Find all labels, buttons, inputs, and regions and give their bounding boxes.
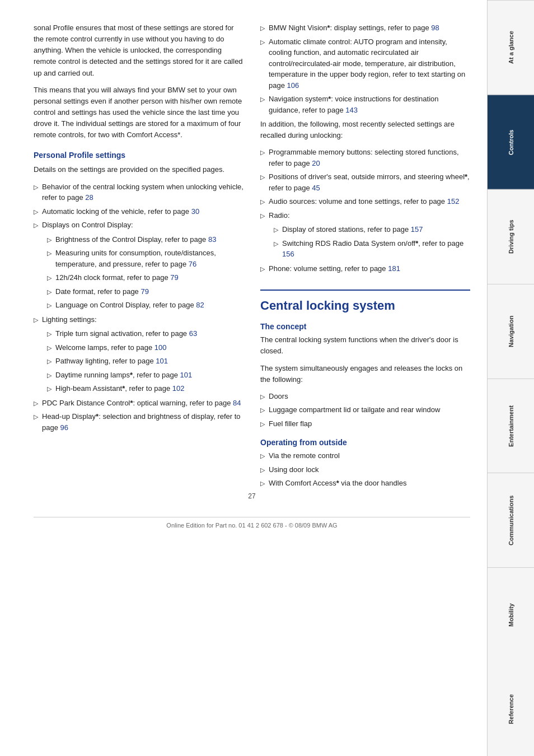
in-addition-text: In addition, the following, most recentl… [260, 119, 470, 141]
list-item: Positions of driver's seat, outside mirr… [260, 171, 470, 193]
sidebar-tab-communications[interactable]: Communications [488, 473, 534, 567]
list-item: Luggage compartment lid or tailgate and … [260, 404, 470, 416]
page-link-181[interactable]: 181 [388, 264, 400, 273]
page-link-79a[interactable]: 79 [170, 273, 178, 282]
list-item: Behavior of the central locking system w… [34, 181, 243, 203]
list-item: Fuel filler flap [260, 418, 470, 430]
page-link-106[interactable]: 106 [287, 81, 299, 90]
lighting-sub-list: Triple turn signal activation, refer to … [47, 328, 243, 394]
lighting-list: Lighting settings: [34, 314, 243, 325]
recalled-list: Programmable memory buttons: selecting s… [260, 147, 470, 221]
page-link-152[interactable]: 152 [447, 197, 460, 206]
sidebar-tab-entertainment[interactable]: Entertainment [488, 379, 534, 473]
list-item: Date format, refer to page 79 [47, 286, 243, 297]
right-column: BMW Night Vision*: display settings, ref… [260, 22, 470, 492]
list-item: With Comfort Access* via the door handle… [260, 478, 470, 489]
sidebar-tab-navigation[interactable]: Navigation [488, 284, 534, 379]
concept-list: Doors Luggage compartment lid or tailgat… [260, 391, 470, 430]
page-link-79b[interactable]: 79 [140, 287, 148, 296]
concept-para-2: The system simultaneously engages and re… [260, 363, 470, 385]
personal-profile-list: Behavior of the central locking system w… [34, 181, 243, 231]
sidebar-tab-at-a-glance[interactable]: At a glance [488, 0, 534, 95]
page-link-102[interactable]: 102 [172, 384, 185, 393]
list-item: Switching RDS Radio Data System on/off*,… [274, 238, 470, 260]
footer-copyright: Online Edition for Part no. 01 41 2 602 … [34, 517, 470, 529]
list-item: 12h/24h clock format, refer to page 79 [47, 272, 243, 283]
sidebar-tab-reference[interactable]: Reference [488, 662, 534, 756]
sidebar-tab-mobility[interactable]: Mobility [488, 567, 534, 662]
list-item: Pathway lighting, refer to page 101 [47, 356, 243, 367]
list-item: Audio sources: volume and tone settings,… [260, 196, 470, 207]
main-content: sonal Profile ensures that most of these… [0, 0, 487, 756]
intro-para-1: sonal Profile ensures that most of these… [34, 22, 243, 79]
page-link-20[interactable]: 20 [312, 159, 320, 167]
operating-heading: Operating from outside [260, 438, 470, 447]
operating-list: Via the remote control Using door lock W… [260, 450, 470, 489]
list-item: Navigation system*: voice instructions f… [260, 94, 470, 115]
sidebar-tab-controls[interactable]: Controls [488, 95, 534, 189]
personal-profile-intro: Details on the settings are provided on … [34, 164, 243, 175]
phone-list: Phone: volume setting, refer to page 181 [260, 263, 470, 274]
right-sidebar: At a glance Controls Driving tips Naviga… [487, 0, 534, 756]
list-item: Programmable memory buttons: selecting s… [260, 147, 470, 169]
list-item: Phone: volume setting, refer to page 181 [260, 263, 470, 274]
list-item: Using door lock [260, 464, 470, 475]
central-locking-heading: Central locking system [260, 290, 470, 313]
page-link-100[interactable]: 100 [154, 343, 167, 352]
list-item: Brightness of the Control Display, refer… [47, 234, 243, 245]
displays-sub-list: Brightness of the Control Display, refer… [47, 234, 243, 311]
page-link-98[interactable]: 98 [431, 24, 439, 32]
list-item: Via the remote control [260, 450, 470, 461]
list-item: Automatic climate control: AUTO program … [260, 36, 470, 91]
page-link-101b[interactable]: 101 [180, 371, 193, 379]
sidebar-tab-driving-tips[interactable]: Driving tips [488, 189, 534, 284]
list-item: Head-up Display*: selection and brightne… [34, 411, 243, 433]
list-item: PDC Park Distance Control*: optical warn… [34, 398, 243, 409]
page-link-84[interactable]: 84 [233, 399, 241, 407]
page-link-63[interactable]: 63 [189, 329, 197, 338]
list-item: Displays on Control Display: [34, 220, 243, 231]
list-item: BMW Night Vision*: display settings, ref… [260, 22, 470, 34]
list-item: Automatic locking of the vehicle, refer … [34, 206, 243, 217]
page-link-28[interactable]: 28 [85, 193, 93, 202]
page-link-157[interactable]: 157 [411, 225, 423, 234]
continued-list: BMW Night Vision*: display settings, ref… [260, 22, 470, 115]
list-item: Daytime running lamps*, refer to page 10… [47, 370, 243, 381]
list-item: Display of stored stations, refer to pag… [274, 224, 470, 235]
concept-heading: The concept [260, 322, 470, 331]
list-item: High-beam Assistant*, refer to page 102 [47, 383, 243, 394]
page-link-76[interactable]: 76 [189, 260, 196, 268]
page-link-96[interactable]: 96 [60, 423, 68, 432]
list-item: Triple turn signal activation, refer to … [47, 328, 243, 339]
page-number: 27 [34, 492, 470, 500]
list-item: Welcome lamps, refer to page 100 [47, 342, 243, 353]
list-item: Measuring units for consumption, route/d… [47, 248, 243, 269]
radio-sub-list: Display of stored stations, refer to pag… [274, 224, 470, 260]
page-link-143[interactable]: 143 [345, 106, 358, 114]
page-link-101a[interactable]: 101 [156, 357, 168, 365]
pdc-list: PDC Park Distance Control*: optical warn… [34, 398, 243, 433]
page-link-83[interactable]: 83 [208, 235, 216, 244]
intro-para-2: This means that you will always find you… [34, 85, 243, 141]
list-item: Lighting settings: [34, 314, 243, 325]
concept-para-1: The central locking system functions whe… [260, 334, 470, 357]
list-item: Language on Control Display, refer to pa… [47, 300, 243, 311]
page-link-156[interactable]: 156 [282, 250, 294, 258]
page-link-82[interactable]: 82 [196, 301, 204, 309]
left-column: sonal Profile ensures that most of these… [34, 22, 243, 492]
list-item: Radio: [260, 210, 470, 221]
list-item: Doors [260, 391, 470, 402]
page-link-45[interactable]: 45 [312, 184, 320, 192]
personal-profile-heading: Personal Profile settings [34, 151, 243, 160]
page-link-30[interactable]: 30 [191, 207, 199, 216]
